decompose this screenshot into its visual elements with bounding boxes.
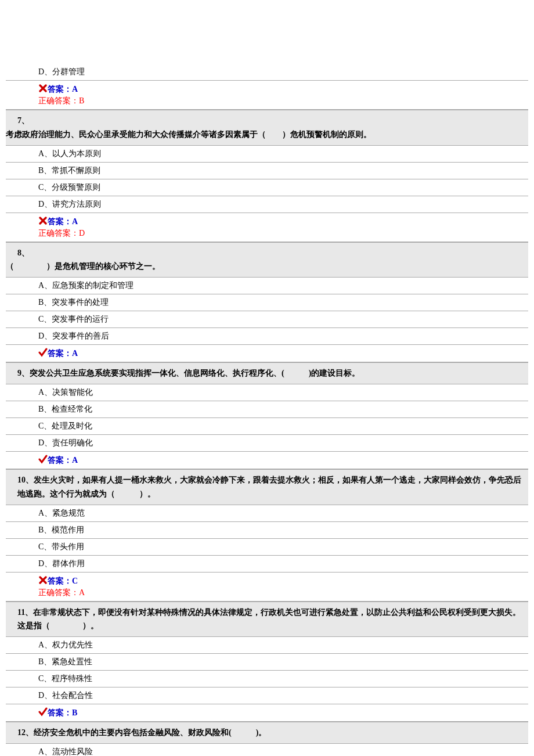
user-answer-text: 答案：A: [48, 217, 78, 226]
option-text: A、紧急规范: [38, 509, 85, 517]
option-text: B、模范作用: [38, 525, 84, 534]
answer-row: 答案：A正确答案：D: [6, 213, 528, 242]
option-row: B、模范作用: [6, 522, 528, 539]
option-text: D、突发事件的善后: [38, 332, 109, 340]
user-answer: 答案：A: [38, 216, 522, 227]
option-row: C、突发事件的运行: [6, 311, 528, 328]
check-icon: [38, 455, 48, 464]
option-row: D、分群管理: [6, 64, 528, 81]
check-icon: [38, 707, 48, 717]
question-number: 7、: [17, 114, 522, 128]
user-answer-text: 答案：A: [48, 456, 78, 465]
answer-row: 答案：A: [6, 452, 528, 469]
option-row: D、群体作用: [6, 556, 528, 573]
option-row: D、讲究方法原则: [6, 196, 528, 213]
user-answer: 答案：A: [38, 455, 522, 466]
option-text: B、紧急处置性: [38, 657, 92, 666]
option-text: C、处理及时化: [38, 422, 92, 430]
correct-answer: 正确答案：A: [38, 588, 522, 598]
question-stem: （ ）是危机管理的核心环节之一。: [6, 260, 522, 273]
answer-row: 答案：A: [6, 345, 528, 362]
option-text: D、责任明确化: [38, 438, 93, 447]
option-row: D、责任明确化: [6, 435, 528, 452]
cross-icon: [38, 575, 48, 585]
option-text: A、以人为本原则: [38, 149, 101, 158]
option-text: D、讲究方法原则: [38, 200, 101, 208]
option-text: D、分群管理: [38, 67, 85, 76]
option-row: B、常抓不懈原则: [6, 163, 528, 179]
question-number-stem: 9、突发公共卫生应急系统要实现指挥一体化、信息网络化、执行程序化、( )的建设目…: [17, 369, 360, 377]
option-text: C、带头作用: [38, 542, 84, 551]
option-row: B、检查经常化: [6, 401, 528, 418]
question-number: 8、: [17, 246, 522, 260]
option-row: A、应急预案的制定和管理: [6, 278, 528, 294]
question-header: 7、考虑政府治理能力、民众心里承受能力和大众传播媒介等诸多因素属于（ ）危机预警…: [6, 110, 528, 146]
option-row: A、以人为本原则: [6, 146, 528, 163]
option-row: C、程序特殊性: [6, 671, 528, 687]
option-text: A、流动性风险: [38, 747, 93, 756]
option-row: A、紧急规范: [6, 505, 528, 522]
question-header: 12、经济安全危机中的主要内容包括金融风险、财政风险和( )。: [6, 722, 528, 744]
question-header: 8、（ ）是危机管理的核心环节之一。: [6, 243, 528, 278]
option-text: A、决策智能化: [38, 388, 93, 397]
answer-row: 答案：C正确答案：A: [6, 573, 528, 602]
question-header: 10、发生火灾时，如果有人提一桶水来救火，大家就会冷静下来，跟着去提水救火；相反…: [6, 470, 528, 505]
user-answer-text: 答案：B: [48, 708, 77, 717]
cross-icon: [38, 84, 48, 93]
user-answer: 答案：B: [38, 707, 522, 718]
correct-answer: 正确答案：D: [38, 228, 522, 239]
option-text: A、应急预案的制定和管理: [38, 281, 134, 290]
option-row: B、突发事件的处理: [6, 294, 528, 311]
user-answer-text: 答案：C: [48, 577, 78, 585]
question-stem: 考虑政府治理能力、民众心里承受能力和大众传播媒介等诸多因素属于（ ）危机预警机制…: [6, 128, 522, 142]
question-header: 9、突发公共卫生应急系统要实现指挥一体化、信息网络化、执行程序化、( )的建设目…: [6, 363, 528, 384]
option-row: A、流动性风险: [6, 744, 528, 756]
user-answer: 答案：C: [38, 575, 522, 586]
cross-icon: [38, 216, 48, 225]
correct-answer: 正确答案：B: [38, 96, 522, 106]
user-answer: 答案：A: [38, 84, 522, 95]
user-answer-text: 答案：A: [48, 85, 78, 93]
question-number-stem: 10、发生火灾时，如果有人提一桶水来救火，大家就会冷静下来，跟着去提水救火；相反…: [17, 476, 521, 498]
answer-row: 答案：A正确答案：B: [6, 81, 528, 110]
question-number-stem: 12、经济安全危机中的主要内容包括金融风险、财政风险和( )。: [17, 728, 266, 737]
option-text: A、权力优先性: [38, 640, 93, 649]
option-row: D、突发事件的善后: [6, 328, 528, 345]
option-text: C、分级预警原则: [38, 183, 100, 192]
option-text: B、检查经常化: [38, 405, 92, 413]
option-text: D、社会配合性: [38, 691, 93, 700]
option-row: A、权力优先性: [6, 637, 528, 654]
option-text: B、突发事件的处理: [38, 298, 109, 307]
option-row: C、处理及时化: [6, 418, 528, 435]
question-number-stem: 11、在非常规状态下，即便没有针对某种特殊情况的具体法律规定，行政机关也可进行紧…: [17, 608, 521, 631]
option-row: D、社会配合性: [6, 687, 528, 704]
option-text: C、程序特殊性: [38, 674, 92, 683]
user-answer-text: 答案：A: [48, 349, 78, 358]
option-text: D、群体作用: [38, 559, 85, 568]
option-row: B、紧急处置性: [6, 654, 528, 671]
option-text: C、突发事件的运行: [38, 315, 109, 323]
check-icon: [38, 348, 48, 357]
option-row: A、决策智能化: [6, 384, 528, 401]
answer-row: 答案：B: [6, 704, 528, 722]
user-answer: 答案：A: [38, 348, 522, 359]
option-row: C、带头作用: [6, 539, 528, 556]
option-text: B、常抓不懈原则: [38, 166, 100, 175]
question-header: 11、在非常规状态下，即便没有针对某种特殊情况的具体法律规定，行政机关也可进行紧…: [6, 602, 528, 638]
option-row: C、分级预警原则: [6, 179, 528, 196]
